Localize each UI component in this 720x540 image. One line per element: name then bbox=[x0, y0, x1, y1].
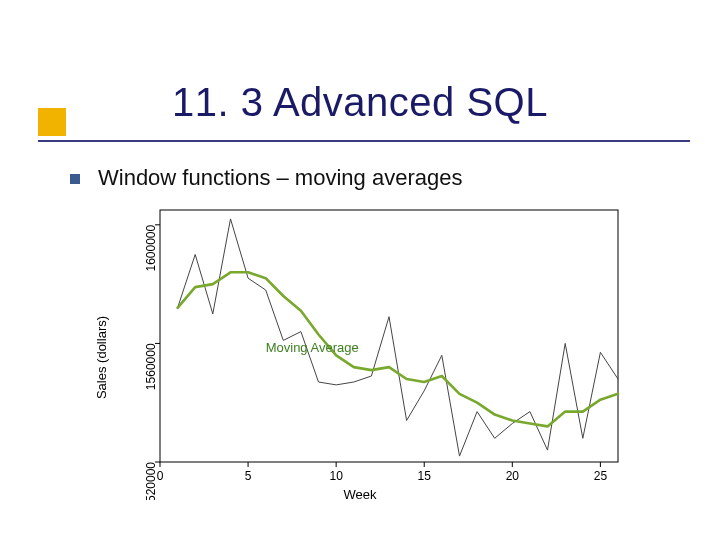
slide: 11. 3 Advanced SQL Window functions – mo… bbox=[0, 0, 720, 540]
svg-text:1560000: 1560000 bbox=[144, 343, 158, 390]
axis-label-x: Week bbox=[90, 487, 630, 502]
svg-text:25: 25 bbox=[594, 469, 608, 483]
axis-label-y: Sales (dollars) bbox=[94, 200, 114, 500]
title-underline bbox=[38, 140, 690, 142]
svg-text:10: 10 bbox=[329, 469, 343, 483]
svg-text:5: 5 bbox=[245, 469, 252, 483]
chart: 0510152025152000015600001600000Moving Av… bbox=[90, 200, 630, 500]
svg-text:Moving Average: Moving Average bbox=[266, 340, 359, 355]
axis-label-y-text: Sales (dollars) bbox=[94, 316, 109, 399]
page-title: 11. 3 Advanced SQL bbox=[0, 80, 720, 125]
svg-text:1600000: 1600000 bbox=[144, 224, 158, 271]
bullet-text: Window functions – moving averages bbox=[70, 165, 462, 191]
svg-text:15: 15 bbox=[418, 469, 432, 483]
chart-svg: 0510152025152000015600001600000Moving Av… bbox=[90, 200, 630, 500]
svg-text:20: 20 bbox=[506, 469, 520, 483]
